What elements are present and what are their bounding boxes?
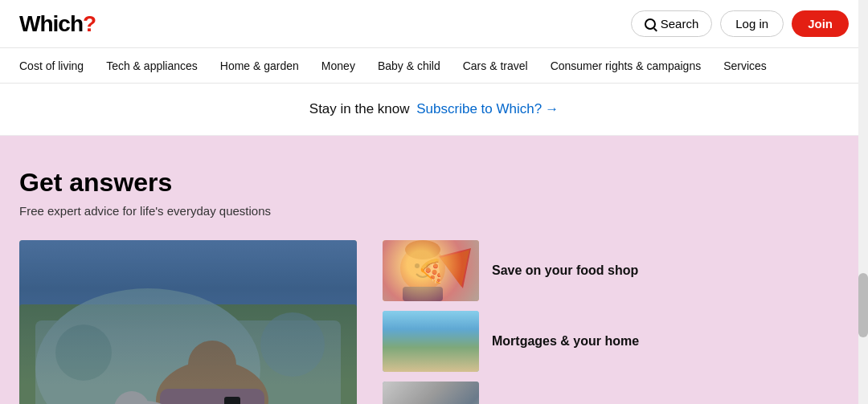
svg-rect-33 <box>383 382 479 404</box>
card-home-image <box>383 311 479 372</box>
banner-arrow: → <box>545 101 559 116</box>
card-food[interactable]: Save on your food shop <box>383 240 849 301</box>
svg-rect-25 <box>399 347 410 359</box>
svg-rect-1 <box>19 304 357 404</box>
nav-item-cost-of-living[interactable]: Cost of living <box>19 59 84 72</box>
nav-item-cars[interactable]: Cars & travel <box>463 59 528 72</box>
header: Which? Search Log in Join <box>0 0 868 48</box>
card-food-image <box>383 240 479 301</box>
svg-rect-13 <box>383 240 479 301</box>
search-button[interactable]: Search <box>631 10 713 37</box>
svg-point-10 <box>108 401 180 404</box>
subscribe-banner: Stay in the know Subscribe to Which?→ <box>0 84 868 136</box>
svg-rect-8 <box>160 389 264 404</box>
svg-point-30 <box>455 345 463 353</box>
subscribe-text: Subscribe to Which? <box>416 101 542 116</box>
svg-rect-21 <box>383 311 479 372</box>
svg-rect-23 <box>387 335 427 359</box>
svg-point-16 <box>415 263 420 268</box>
logo-question: ? <box>83 11 96 37</box>
svg-rect-22 <box>383 355 479 372</box>
svg-point-6 <box>156 361 268 404</box>
section-title: Get answers <box>19 168 849 198</box>
svg-rect-9 <box>224 397 240 404</box>
svg-rect-20 <box>403 287 443 301</box>
card-household[interactable]: Save on household b... <box>383 382 849 404</box>
main-content: Get answers Free expert advice for life'… <box>0 136 868 404</box>
featured-image-svg <box>19 240 357 404</box>
svg-marker-18 <box>439 248 471 288</box>
section-subtitle: Free expert advice for life's everyday q… <box>19 204 849 218</box>
svg-point-4 <box>55 324 112 381</box>
nav-item-services[interactable]: Services <box>723 59 767 72</box>
search-label: Search <box>661 17 699 31</box>
svg-rect-26 <box>389 339 397 347</box>
card-mortgages-label: Mortgages & your home <box>492 334 639 349</box>
nav-item-consumer-rights[interactable]: Consumer rights & campaigns <box>551 59 702 72</box>
card-household-image <box>383 382 479 404</box>
svg-rect-27 <box>416 339 424 347</box>
nav-item-baby[interactable]: Baby & child <box>378 59 440 72</box>
svg-point-2 <box>35 288 260 404</box>
card-food-label: Save on your food shop <box>492 263 638 278</box>
logo[interactable]: Which? <box>19 11 96 37</box>
svg-point-11 <box>114 391 149 404</box>
featured-image-container[interactable]: Home energy advice <box>19 240 357 404</box>
cards-column: Save on your food shop <box>383 240 849 404</box>
nav-item-home-garden[interactable]: Home & garden <box>220 59 299 72</box>
svg-point-14 <box>400 246 445 291</box>
subscribe-link[interactable]: Subscribe to Which?→ <box>416 101 559 116</box>
header-actions: Search Log in Join <box>631 10 849 37</box>
svg-point-29 <box>428 329 450 354</box>
svg-rect-3 <box>35 320 341 404</box>
featured-image <box>19 240 357 404</box>
svg-rect-31 <box>457 353 461 361</box>
scrollbar[interactable] <box>858 0 868 404</box>
svg-rect-0 <box>19 240 357 404</box>
svg-point-7 <box>188 341 236 389</box>
svg-point-17 <box>426 263 431 268</box>
scrollbar-thumb[interactable] <box>858 273 868 337</box>
svg-rect-41 <box>453 396 468 399</box>
svg-rect-32 <box>432 353 479 355</box>
search-icon <box>645 18 656 30</box>
svg-point-15 <box>405 240 440 259</box>
logo-text: Which <box>19 11 83 37</box>
login-button[interactable]: Log in <box>720 10 784 37</box>
svg-rect-36 <box>383 398 415 404</box>
nav-item-tech[interactable]: Tech & appliances <box>106 59 198 72</box>
svg-rect-28 <box>437 347 440 359</box>
join-button[interactable]: Join <box>792 10 849 37</box>
content-grid: Home energy advice <box>19 240 849 404</box>
svg-point-42 <box>457 393 463 399</box>
main-nav: Cost of living Tech & appliances Home & … <box>0 48 868 84</box>
svg-marker-19 <box>440 250 469 287</box>
nav-item-money[interactable]: Money <box>321 59 355 72</box>
banner-stay-text: Stay in the know <box>309 101 410 116</box>
svg-marker-24 <box>383 319 431 337</box>
card-mortgages[interactable]: Mortgages & your home <box>383 311 849 372</box>
svg-point-5 <box>260 312 325 377</box>
svg-rect-34 <box>383 382 479 404</box>
svg-rect-40 <box>459 396 461 404</box>
